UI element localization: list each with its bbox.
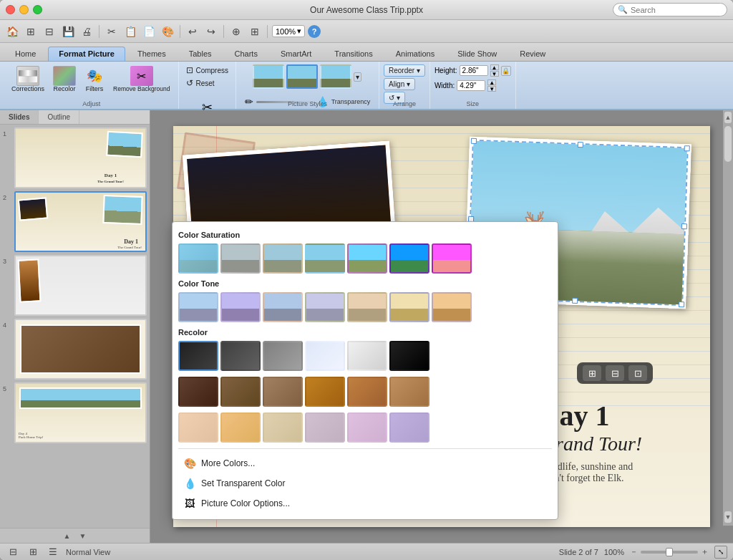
pic-style-3[interactable] <box>320 64 351 89</box>
sat-thumb-3[interactable] <box>263 243 303 274</box>
corrections-button[interactable]: Corrections <box>9 64 47 95</box>
handle-tc[interactable] <box>578 142 583 148</box>
recolor-thumb-12[interactable] <box>389 377 429 407</box>
tab-review[interactable]: Review <box>509 47 556 61</box>
nav-down-button[interactable]: ▼ <box>76 530 90 541</box>
print-button[interactable]: 🖨 <box>79 24 94 39</box>
search-input[interactable] <box>631 6 722 14</box>
recolor-thumb-8[interactable] <box>220 377 261 407</box>
recolor-thumb-16[interactable] <box>305 412 345 443</box>
recolor-button[interactable]: Recolor <box>50 64 79 95</box>
height-input[interactable] <box>460 65 488 76</box>
float-btn-3[interactable]: ⊡ <box>628 365 647 381</box>
recolor-thumb-10[interactable] <box>305 377 345 407</box>
sat-thumb-2[interactable] <box>220 243 261 274</box>
recolor-thumb-2[interactable] <box>220 341 261 371</box>
height-up-button[interactable]: ▲ <box>490 64 499 70</box>
recolor-thumb-18[interactable] <box>389 412 429 443</box>
compress-button[interactable]: ⊡ Compress <box>183 64 231 76</box>
save-button[interactable]: 💾 <box>60 24 76 39</box>
handle-mr[interactable] <box>681 223 687 229</box>
pic-style-1[interactable] <box>253 64 284 89</box>
layout-button[interactable]: ⊟ <box>42 24 57 39</box>
recolor-thumb-1[interactable] <box>178 341 218 371</box>
tab-charts[interactable]: Charts <box>224 47 268 61</box>
tone-thumb-3[interactable] <box>263 292 303 322</box>
more-styles-button[interactable]: ▾ <box>354 72 361 82</box>
height-down-button[interactable]: ▼ <box>490 71 499 77</box>
zoom-slider-thumb[interactable] <box>666 548 673 556</box>
zoom-minus-icon[interactable]: － <box>630 546 638 557</box>
remove-bg-button[interactable]: ✂ Remove Background <box>110 64 173 94</box>
lock-aspect-button[interactable]: 🔒 <box>501 66 511 76</box>
slides-tab[interactable]: Slides <box>0 110 39 124</box>
tab-slideshow[interactable]: Slide Show <box>447 47 508 61</box>
recolor-thumb-9[interactable] <box>263 377 303 407</box>
slide-preview-3[interactable] <box>14 255 147 316</box>
recolor-thumb-17[interactable] <box>347 412 387 443</box>
tone-thumb-7[interactable] <box>432 292 472 322</box>
close-button[interactable] <box>6 5 15 14</box>
slide-preview-2[interactable]: Day 1 The Grand Tour! <box>14 191 147 252</box>
tab-smartart[interactable]: SmartArt <box>270 47 322 61</box>
grid-button[interactable]: ⊞ <box>23 24 39 39</box>
zoom-plus-icon[interactable]: ＋ <box>701 546 709 557</box>
width-up-button[interactable]: ▲ <box>487 79 496 85</box>
filters-button[interactable]: 🎭 Filters <box>82 64 107 95</box>
tone-thumb-6[interactable] <box>389 292 429 322</box>
copy-button[interactable]: 📋 <box>122 24 138 39</box>
tab-transitions[interactable]: Transitions <box>324 47 383 61</box>
sat-thumb-4[interactable] <box>305 243 345 274</box>
reorder-button[interactable]: Reorder ▾ <box>384 64 425 77</box>
reset-button[interactable]: ↺ Reset <box>183 77 217 89</box>
picture-color-options-item[interactable]: 🖼 Picture Color Options... <box>178 493 552 513</box>
recolor-thumb-11[interactable] <box>347 377 387 407</box>
recolor-thumb-3[interactable] <box>263 341 303 371</box>
tab-tables[interactable]: Tables <box>178 47 223 61</box>
slide-preview-4[interactable] <box>14 319 147 380</box>
more-colors-item[interactable]: 🎨 More Colors... <box>178 453 552 473</box>
paste-button[interactable]: 📄 <box>141 24 157 39</box>
redo-button[interactable]: ↪ <box>203 24 219 39</box>
table-button[interactable]: ⊞ <box>247 24 263 39</box>
scroll-down-button[interactable]: ▼ <box>724 511 732 523</box>
sat-thumb-6[interactable] <box>389 243 429 274</box>
tab-animations[interactable]: Animations <box>385 47 445 61</box>
recolor-thumb-13[interactable] <box>178 412 218 443</box>
handle-tl[interactable] <box>471 138 477 144</box>
cut-button[interactable]: ✂ <box>104 24 120 39</box>
pic-style-2[interactable] <box>286 64 318 89</box>
zoom-display[interactable]: 100% ▾ <box>272 25 305 37</box>
recolor-thumb-6[interactable] <box>389 341 429 371</box>
handle-br[interactable] <box>679 301 684 307</box>
tab-home[interactable]: Home <box>4 47 47 61</box>
recolor-thumb-4[interactable] <box>305 341 345 371</box>
scroll-thumb[interactable] <box>724 126 732 162</box>
maximize-button[interactable] <box>33 5 42 14</box>
fullscreen-button[interactable]: ⤡ <box>714 546 727 559</box>
nav-up-button[interactable]: ▲ <box>60 530 74 541</box>
recolor-thumb-15[interactable] <box>263 412 303 443</box>
sat-thumb-1[interactable] <box>178 243 218 274</box>
slide-preview-5[interactable]: Day 4Pack Home Trip! <box>14 382 147 443</box>
float-btn-1[interactable]: ⊞ <box>583 365 601 381</box>
format-button[interactable]: 🎨 <box>160 24 175 39</box>
set-transparent-item[interactable]: 💧 Set Transparent Color <box>178 473 552 493</box>
recolor-thumb-7[interactable] <box>178 377 218 407</box>
sat-thumb-5[interactable] <box>347 243 387 274</box>
handle-bc[interactable] <box>572 298 578 304</box>
float-btn-2[interactable]: ⊟ <box>606 365 624 381</box>
width-input[interactable] <box>457 80 485 91</box>
outline-tab[interactable]: Outline <box>39 110 79 124</box>
tone-thumb-4[interactable] <box>305 292 345 322</box>
recolor-thumb-14[interactable] <box>220 412 261 443</box>
insert-button[interactable]: ⊕ <box>228 24 244 39</box>
tab-themes[interactable]: Themes <box>127 47 177 61</box>
undo-button[interactable]: ↩ <box>185 24 200 39</box>
outline-view-button[interactable]: ☰ <box>46 546 60 559</box>
tone-thumb-2[interactable] <box>220 292 261 322</box>
tab-format-picture[interactable]: Format Picture <box>48 47 125 61</box>
normal-view-button[interactable]: ⊟ <box>6 546 20 559</box>
sat-thumb-7[interactable] <box>432 243 472 274</box>
search-box[interactable]: 🔍 <box>613 3 727 16</box>
